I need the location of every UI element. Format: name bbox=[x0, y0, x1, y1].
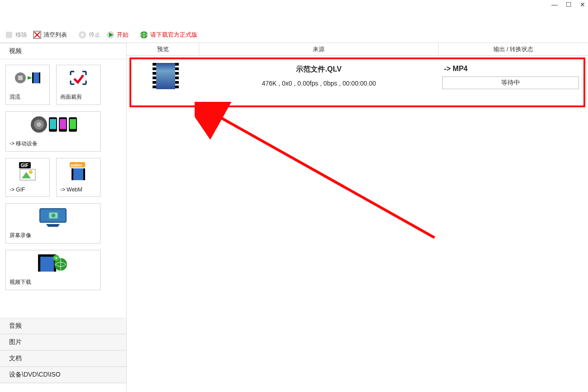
tile-screenrec-label: 屏幕录像 bbox=[6, 229, 100, 243]
tile-webm[interactable]: webm -> WebM bbox=[56, 158, 100, 197]
svg-text:GIF: GIF bbox=[21, 163, 29, 168]
tile-download-label: 视频下载 bbox=[6, 276, 100, 290]
clear-icon bbox=[33, 30, 42, 39]
col-output[interactable]: 输出 / 转换状态 bbox=[439, 43, 588, 55]
file-thumbnail bbox=[131, 59, 200, 105]
svg-marker-37 bbox=[46, 224, 60, 227]
download-official-label: 请下载官方正式版 bbox=[150, 31, 197, 39]
mux-icon bbox=[6, 65, 49, 91]
svg-point-17 bbox=[37, 122, 41, 127]
output-target: -> MP4 bbox=[442, 65, 579, 73]
toolbar: 移除 清空列表 停止 开始 请下载官方正式版 bbox=[0, 28, 588, 42]
svg-rect-32 bbox=[72, 168, 73, 180]
close-button[interactable]: ✕ bbox=[580, 1, 585, 8]
start-button[interactable]: 开始 bbox=[103, 29, 131, 40]
screen-record-icon bbox=[6, 204, 100, 229]
mobile-icon bbox=[6, 112, 100, 137]
content-area: 预览 来源 输出 / 转换状态 示范文件.QLV 476K , 0x0 , 0.… bbox=[127, 43, 588, 392]
file-meta: 476K , 0x0 , 0.00fps , 0bps , 00:00:00.0… bbox=[200, 80, 438, 87]
video-download-icon bbox=[6, 250, 100, 276]
start-label: 开始 bbox=[117, 31, 129, 39]
svg-rect-23 bbox=[70, 119, 76, 129]
status-box[interactable]: 等待中 bbox=[442, 76, 579, 89]
columns-header: 预览 来源 输出 / 转换状态 bbox=[127, 43, 588, 56]
tile-mux[interactable]: 混流 bbox=[5, 65, 50, 105]
remove-icon bbox=[5, 30, 14, 39]
film-icon bbox=[153, 63, 179, 89]
tile-crop[interactable]: 画面裁剪 bbox=[56, 65, 100, 105]
gif-icon: GIF bbox=[6, 158, 49, 184]
svg-marker-11 bbox=[28, 76, 32, 80]
section-video[interactable]: 视频 bbox=[0, 43, 126, 59]
stop-button[interactable]: 停止 bbox=[75, 29, 103, 40]
clear-list-button[interactable]: 清空列表 bbox=[30, 29, 70, 40]
svg-rect-33 bbox=[83, 168, 85, 180]
svg-point-28 bbox=[29, 170, 33, 174]
section-audio[interactable]: 音频 bbox=[0, 318, 126, 334]
maximize-button[interactable]: ☐ bbox=[566, 1, 572, 8]
tile-gif-label: -> GIF bbox=[6, 184, 49, 196]
svg-rect-19 bbox=[50, 119, 56, 129]
section-document[interactable]: 文档 bbox=[0, 350, 126, 367]
svg-rect-14 bbox=[39, 72, 40, 83]
col-preview[interactable]: 预览 bbox=[127, 43, 199, 55]
file-name: 示范文件.QLV bbox=[200, 65, 438, 74]
remove-button[interactable]: 移除 bbox=[2, 29, 30, 40]
svg-rect-10 bbox=[18, 76, 23, 80]
tile-crop-label: 画面裁剪 bbox=[57, 91, 100, 105]
tile-mux-label: 混流 bbox=[6, 91, 49, 105]
globe-download-icon bbox=[139, 30, 148, 39]
annotation-arrow bbox=[195, 102, 448, 251]
main-area: 视频 混流 bbox=[0, 43, 588, 392]
svg-rect-39 bbox=[38, 254, 40, 272]
svg-line-46 bbox=[213, 113, 435, 238]
download-official-button[interactable]: 请下载官方正式版 bbox=[137, 29, 200, 40]
video-tiles: 混流 画面裁剪 bbox=[0, 59, 126, 302]
svg-rect-41 bbox=[38, 254, 56, 257]
file-output-cell: -> MP4 等待中 bbox=[438, 59, 583, 105]
webm-icon: webm bbox=[57, 158, 100, 184]
start-icon bbox=[106, 30, 115, 39]
svg-rect-31 bbox=[72, 168, 85, 180]
svg-rect-13 bbox=[32, 72, 33, 83]
tile-mobile[interactable]: -> 移动设备 bbox=[5, 111, 100, 152]
file-source-cell: 示范文件.QLV 476K , 0x0 , 0.00fps , 0bps , 0… bbox=[200, 59, 438, 105]
crop-icon bbox=[57, 65, 100, 91]
tile-screen-record[interactable]: 屏幕录像 bbox=[5, 203, 100, 244]
tile-mobile-label: -> 移动设备 bbox=[6, 137, 100, 151]
stop-label: 停止 bbox=[89, 31, 100, 39]
tile-video-download[interactable]: 视频下载 bbox=[5, 250, 100, 290]
svg-point-36 bbox=[52, 214, 55, 217]
remove-label: 移除 bbox=[15, 31, 27, 39]
svg-rect-5 bbox=[81, 33, 84, 36]
sidebar: 视频 混流 bbox=[0, 43, 127, 392]
svg-text:webm: webm bbox=[70, 163, 82, 167]
minimize-button[interactable]: — bbox=[551, 1, 558, 8]
tile-webm-label: -> WebM bbox=[57, 184, 100, 196]
section-device[interactable]: 设备\DVD\CD\ISO bbox=[0, 367, 126, 383]
window-controls: — ☐ ✕ bbox=[551, 1, 585, 8]
stop-icon bbox=[78, 30, 87, 39]
svg-rect-0 bbox=[6, 32, 12, 38]
clear-label: 清空列表 bbox=[43, 31, 67, 39]
col-source[interactable]: 来源 bbox=[199, 43, 439, 55]
section-image[interactable]: 图片 bbox=[0, 334, 126, 350]
file-row[interactable]: 示范文件.QLV 476K , 0x0 , 0.00fps , 0bps , 0… bbox=[129, 57, 585, 107]
svg-rect-21 bbox=[60, 119, 66, 129]
tile-gif[interactable]: GIF -> GIF bbox=[5, 158, 50, 197]
